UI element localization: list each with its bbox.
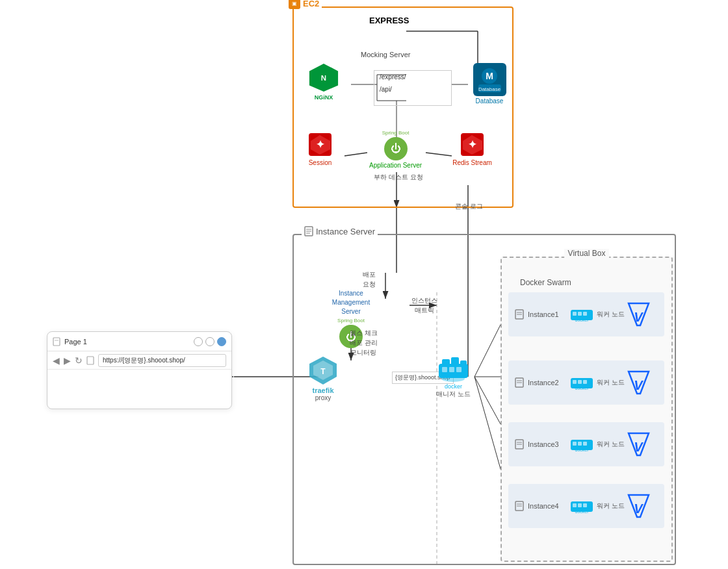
svg-rect-92 — [573, 503, 577, 507]
browser-mockup: Page 1 ◀ ▶ ↻ https://{영문명}.shooot.shop/ — [47, 331, 232, 409]
ec2-icon: ▣ — [289, 0, 300, 9]
svg-text:N: N — [321, 74, 326, 82]
svg-rect-51 — [442, 359, 450, 367]
mocking-server-label: Mocking Server — [361, 51, 410, 58]
instance2-label: Instance2 — [528, 379, 566, 386]
forward-button[interactable]: ▶ — [64, 355, 71, 366]
deploy-request-label: 배포요청 — [363, 270, 376, 289]
url-file-icon — [86, 356, 94, 365]
svg-text:V: V — [634, 440, 644, 454]
load-test-label: 부하 데스트 요청 — [374, 172, 423, 182]
svg-rect-57 — [456, 367, 462, 372]
instance3-card: Instance3 docker 워커 노드 V — [508, 422, 664, 466]
redis-stream-label: Redis Stream — [452, 159, 492, 166]
route2-label: /api/ — [380, 86, 446, 93]
instance2-card: Instance2 docker 워커 노드 V — [508, 360, 664, 405]
session-redis-group: ✦ Session — [302, 130, 338, 166]
back-button[interactable]: ◀ — [53, 355, 60, 366]
instance4-card: Instance4 docker 워커 노드 V — [508, 484, 664, 528]
svg-text:V: V — [634, 378, 644, 392]
manager-node-group: docker 매니저 노드 — [436, 354, 471, 399]
mysql-label: Database — [476, 97, 504, 105]
svg-rect-98 — [53, 338, 60, 346]
browser-circle-2 — [205, 337, 214, 346]
instance-server-header: Instance Server — [302, 226, 378, 236]
reload-button[interactable]: ↻ — [75, 355, 83, 366]
svg-rect-64 — [583, 312, 587, 316]
instance2-worker-label: 워커 노드 — [597, 378, 625, 387]
instance1-label: Instance1 — [528, 310, 566, 318]
svg-text:⏻: ⏻ — [391, 143, 401, 154]
svg-rect-55 — [442, 367, 447, 372]
svg-point-54 — [441, 375, 465, 382]
svg-text:T: T — [320, 367, 326, 376]
svg-rect-73 — [578, 380, 582, 384]
route1-label: /express/ — [380, 73, 446, 81]
health-deploy-label: 웰스 체크배포 관리모니터링 — [350, 328, 378, 357]
svg-rect-100 — [87, 357, 94, 364]
traefik-sublabel: proxy — [315, 394, 331, 401]
instance4-label: Instance4 — [528, 502, 566, 510]
svg-rect-84 — [583, 442, 587, 446]
svg-rect-82 — [573, 442, 577, 446]
instance1-worker-label: 워커 노드 — [597, 310, 625, 319]
instance4-worker-label: 워커 노드 — [597, 501, 625, 511]
svg-text:✦: ✦ — [468, 139, 477, 150]
svg-rect-56 — [449, 367, 454, 372]
browser-toolbar: ◀ ▶ ↻ https://{영문명}.shooot.shop/ — [47, 351, 231, 370]
virtual-box-label: Virtual Box — [564, 249, 610, 258]
docker-swarm-label: Docker Swarm — [520, 278, 571, 287]
nginx-icon: N NGiNX — [304, 62, 343, 101]
browser-tab-label: Page 1 — [64, 338, 87, 346]
browser-content — [47, 370, 231, 410]
browser-controls — [194, 337, 226, 346]
mysql-icon-group: M Database Database — [467, 62, 512, 105]
svg-text:docker: docker — [575, 386, 589, 390]
manager-docker-label: docker — [445, 383, 462, 390]
app-server-group: Spring Boot ⏻ Application Server — [369, 130, 422, 169]
instance3-worker-label: 워커 노드 — [597, 440, 625, 449]
svg-rect-63 — [578, 312, 582, 316]
instance1-card: Instance1 docker 워커 노드 V — [508, 292, 664, 336]
traefik-proxy-group: T traefik proxy — [307, 354, 339, 401]
express-label: EXPRESS — [369, 16, 409, 25]
svg-rect-94 — [583, 503, 587, 507]
svg-text:docker: docker — [575, 509, 589, 514]
svg-text:M: M — [486, 71, 493, 81]
svg-text:✦: ✦ — [316, 139, 325, 150]
spring-boot-label-mgmt: Spring Boot — [337, 318, 365, 323]
instance-metric-label: 인스턴스매트릭 — [411, 296, 437, 315]
redis-stream-group: ✦ Redis Stream — [451, 130, 493, 166]
url-bar[interactable]: https://{영문명}.shooot.shop/ — [98, 354, 226, 367]
instance3-label: Instance3 — [528, 440, 566, 448]
svg-text:V: V — [634, 501, 644, 516]
ec2-label: EC2 — [300, 0, 322, 8]
session-label: Session — [309, 159, 332, 166]
diagram-container: ▣ EC2 EXPRESS Mocking Server N NGiNX /ex… — [0, 0, 728, 569]
nginx-text: NGiNX — [315, 94, 333, 101]
browser-titlebar: Page 1 — [47, 332, 231, 351]
browser-circle-1 — [194, 337, 203, 346]
traefik-label: traefik — [312, 386, 333, 394]
svg-rect-93 — [578, 503, 582, 507]
svg-text:Database: Database — [478, 86, 500, 92]
browser-circle-3 — [217, 337, 226, 346]
svg-rect-72 — [573, 380, 577, 384]
tab-file-icon — [53, 337, 60, 346]
app-server-label: Application Server — [369, 162, 422, 169]
svg-text:V: V — [634, 310, 644, 324]
svg-rect-62 — [573, 312, 577, 316]
instance-server-label: Instance Server — [316, 227, 375, 236]
svg-rect-83 — [578, 442, 582, 446]
manager-node-label: 매니저 노드 — [436, 390, 471, 399]
express-routes-box: /express/ /api/ — [374, 70, 452, 106]
instance-mgmt-label: InstanceManagementServer — [332, 289, 370, 316]
spring-boot-label-ec2: Spring Boot — [382, 130, 410, 136]
svg-text:docker: docker — [575, 448, 589, 452]
svg-rect-74 — [583, 380, 587, 384]
console-log-label: 콘솔 로그 — [455, 201, 483, 211]
svg-text:docker: docker — [575, 318, 589, 322]
